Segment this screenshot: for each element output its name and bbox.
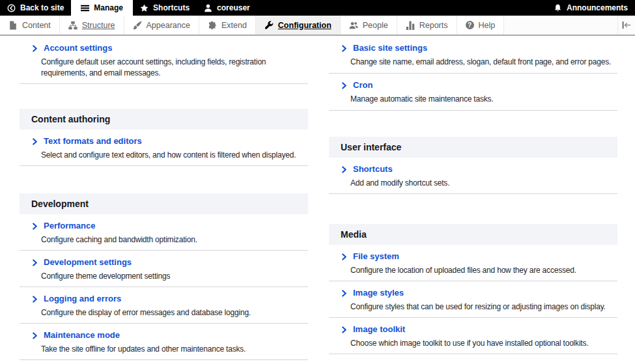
tray-label-extend: Extend: [221, 21, 247, 30]
announcements-button[interactable]: Announcements: [546, 0, 635, 16]
admin-item-description: Select and configure text editors, and h…: [41, 150, 308, 161]
bell-icon: [554, 4, 562, 12]
wrench-icon: [264, 21, 274, 30]
people-icon: [349, 21, 358, 30]
admin-item-image-styles: Image styles Configure styles that can b…: [329, 281, 617, 318]
tray-label-structure: Structure: [82, 21, 115, 30]
image-toolkit-link[interactable]: Image toolkit: [329, 324, 617, 335]
logging-errors-link[interactable]: Logging and errors: [20, 294, 308, 304]
panel-system-partial: Basic site settings Change site name, em…: [329, 36, 617, 111]
back-to-site-button[interactable]: Back to site: [0, 0, 71, 16]
admin-link-label: Image styles: [353, 288, 404, 298]
admin-item-image-toolkit: Image toolkit Choose which image toolkit…: [329, 318, 617, 354]
admin-link-label: Text formats and editors: [44, 136, 142, 147]
development-settings-link[interactable]: Development settings: [20, 257, 308, 268]
toolbar-right-group: Announcements: [546, 0, 635, 16]
tray-item-content[interactable]: Content: [0, 16, 60, 35]
admin-link-label: Logging and errors: [44, 294, 121, 304]
admin-item-description: Manage automatic site maintenance tasks.: [350, 94, 617, 105]
maintenance-mode-link[interactable]: Maintenance mode: [20, 330, 308, 341]
admin-item-description: Choose which image toolkit to use if you…: [350, 338, 617, 349]
admin-item-description: Configure the display of error messages …: [41, 307, 308, 318]
tray-item-appearance[interactable]: Appearance: [124, 16, 199, 35]
drupal-admin-screen: Back to site Manage Shortcuts coreus: [0, 0, 635, 364]
config-column-right: Basic site settings Change site name, em…: [329, 36, 617, 364]
file-system-link[interactable]: File system: [329, 251, 617, 262]
admin-link-label: Development settings: [44, 257, 132, 268]
panel-header: Development: [20, 193, 308, 214]
paintbrush-icon: [133, 21, 142, 30]
cron-link[interactable]: Cron: [329, 80, 617, 91]
account-settings-link[interactable]: Account settings: [20, 43, 308, 53]
back-to-site-label: Back to site: [20, 3, 64, 12]
chevron-right-icon: [32, 223, 38, 230]
admin-item-basic-site-settings: Basic site settings Change site name, em…: [329, 36, 617, 74]
tray-item-structure[interactable]: Structure: [60, 16, 124, 35]
admin-tray: Content Structure Appearance Extend: [0, 16, 635, 36]
admin-item-text-formats: Text formats and editors Select and conf…: [20, 130, 308, 166]
tray-item-extend[interactable]: Extend: [199, 16, 256, 35]
performance-link[interactable]: Performance: [20, 221, 308, 231]
chevron-right-icon: [32, 45, 38, 52]
chevron-right-icon: [341, 166, 347, 173]
shortcuts-button[interactable]: Shortcuts: [133, 0, 197, 16]
admin-link-label: Basic site settings: [353, 43, 427, 53]
admin-item-description: Configure theme development settings: [41, 271, 308, 282]
user-icon: [204, 4, 212, 12]
star-icon: [140, 4, 148, 12]
admin-item-description: Take the site offline for updates and ot…: [41, 344, 308, 355]
admin-item-development-settings: Development settings Configure theme dev…: [20, 251, 308, 287]
toolbar-orientation-toggle[interactable]: [617, 16, 635, 35]
chevron-right-icon: [32, 332, 38, 339]
panel-content-authoring: Content authoring Text formats and edito…: [20, 109, 308, 166]
tray-item-help[interactable]: Help: [457, 16, 505, 35]
admin-item-description: Configure the location of uploaded files…: [350, 265, 617, 276]
admin-item-description: Configure default user account settings,…: [41, 57, 308, 79]
admin-link-label: Image toolkit: [353, 324, 405, 335]
chevron-right-icon: [341, 45, 347, 52]
admin-item-shortcuts: Shortcuts Add and modify shortcut sets.: [329, 158, 617, 194]
shortcuts-link[interactable]: Shortcuts: [329, 164, 617, 175]
admin-link-label: Cron: [353, 80, 373, 91]
announcements-label: Announcements: [567, 3, 628, 12]
admin-item-cron: Cron Manage automatic site maintenance t…: [329, 74, 617, 111]
tray-spacer: [504, 16, 617, 35]
text-formats-link[interactable]: Text formats and editors: [20, 136, 308, 147]
admin-toolbar-bar: Back to site Manage Shortcuts coreus: [0, 0, 635, 16]
chevron-right-icon: [341, 290, 347, 297]
panel-header: Media: [329, 224, 617, 245]
manage-tab[interactable]: Manage: [71, 0, 133, 16]
shortcuts-label: Shortcuts: [153, 3, 190, 12]
admin-link-label: Maintenance mode: [44, 330, 120, 341]
manage-label: Manage: [94, 3, 123, 12]
image-styles-link[interactable]: Image styles: [329, 288, 617, 298]
admin-item-maintenance-mode: Maintenance mode Take the site offline f…: [20, 324, 308, 360]
panel-header: Content authoring: [20, 109, 308, 130]
admin-item-description: Configure caching and bandwidth optimiza…: [41, 234, 308, 245]
hamburger-icon: [81, 4, 89, 12]
chevron-right-icon: [32, 259, 38, 266]
tray-label-help: Help: [479, 21, 496, 30]
chevron-right-icon: [341, 326, 347, 333]
puzzle-icon: [208, 21, 217, 30]
tray-item-people[interactable]: People: [341, 16, 397, 35]
basic-site-settings-link[interactable]: Basic site settings: [329, 43, 617, 53]
admin-link-label: Account settings: [44, 43, 112, 53]
config-column-left: Account settings Configure default user …: [20, 36, 308, 364]
tray-label-appearance: Appearance: [147, 21, 190, 30]
tray-label-people: People: [363, 21, 388, 30]
tray-item-configuration[interactable]: Configuration: [256, 16, 341, 35]
user-menu-button[interactable]: coreuser: [197, 0, 257, 16]
admin-item-description: Change site name, email address, slogan,…: [350, 57, 617, 68]
admin-item-account-settings: Account settings Configure default user …: [20, 36, 308, 84]
chevron-right-icon: [341, 82, 347, 89]
tray-item-reports[interactable]: Reports: [397, 16, 457, 35]
panel-development: Development Performance Configure cachin…: [20, 193, 308, 360]
panel-user-interface: User interface Shortcuts Add and modify …: [329, 137, 617, 194]
admin-item-description: Configure styles that can be used for re…: [350, 301, 617, 313]
admin-item-description: Add and modify shortcut sets.: [350, 178, 617, 189]
admin-link-label: File system: [353, 251, 399, 262]
question-icon: [466, 21, 474, 29]
document-icon: [8, 21, 18, 30]
sitemap-icon: [68, 21, 78, 30]
